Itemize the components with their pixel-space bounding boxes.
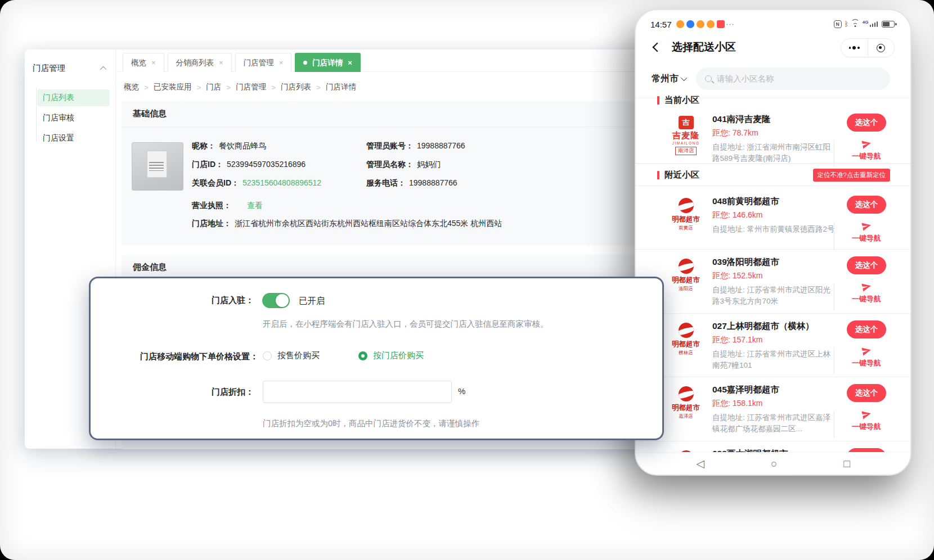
navigate-button[interactable]: 一键导航 — [852, 409, 881, 432]
navigate-label: 一键导航 — [852, 294, 881, 304]
choose-store-button[interactable]: 选这个 — [847, 320, 887, 338]
store-name: 039洛阳明都超市 — [712, 256, 837, 268]
view-license-link[interactable]: 查看 — [247, 201, 263, 210]
price-setting-label: 门店移动端购物下单价格设置： — [91, 351, 258, 362]
store-name: 041南浔吉麦隆 — [712, 114, 837, 125]
chevron-up-icon[interactable] — [100, 66, 106, 72]
navigate-label: 一键导航 — [852, 358, 881, 368]
brand-name: 吉麦隆 — [672, 130, 699, 141]
store-entry-toggle[interactable] — [262, 293, 290, 308]
store-list-item: 明都超市 洛阳店 039洛阳明都超市 距您: 152.5km 自提地址: 江苏省… — [636, 250, 910, 314]
field-label: 管理员名称： — [366, 160, 414, 169]
field-value-link[interactable]: 523515604808896512 — [243, 178, 321, 187]
phone-mockup: 14:57 ··· N ᛒ 4G 选择配送小区 — [635, 9, 911, 476]
radio-unchecked-icon — [263, 351, 272, 360]
breadcrumb-separator: > — [271, 83, 276, 92]
back-chevron-icon[interactable] — [653, 43, 662, 52]
nav-back-button[interactable]: ◁ — [696, 458, 704, 469]
discount-hint-text: 门店折扣为空或为0时，商品中门店进货价不变，请谨慎操作 — [263, 418, 645, 429]
section-marker — [657, 171, 659, 179]
breadcrumb-separator: > — [226, 83, 231, 92]
store-logo-jimailong: 吉 吉麦隆 JIMAILONG 南浔店 — [662, 114, 710, 155]
sidebar-item-store-list[interactable]: 门店列表 — [37, 89, 110, 106]
store-address: 自提地址: 江苏省常州市武进区嘉泽镇花都广场花都嘉园二区... — [712, 412, 837, 435]
store-list-item: 明都超市 嘉泽店 045嘉泽明都超市 距您: 158.1km 自提地址: 江苏省… — [636, 377, 910, 441]
tab-close-icon[interactable]: × — [348, 58, 352, 67]
signal-icon — [870, 21, 878, 27]
field-store-address: 门店地址：浙江省杭州市余杭区西站街东杭州西站枢纽南区站综合体东北455米 杭州西… — [192, 219, 502, 229]
filter-row: 常州市 — [652, 67, 890, 90]
breadcrumb-item[interactable]: 门店 — [206, 82, 221, 92]
choose-store-button[interactable]: 选这个 — [847, 256, 887, 274]
tab-store-management[interactable]: 门店管理 × — [235, 53, 292, 72]
city-selector[interactable]: 常州市 — [652, 73, 687, 85]
relocate-badge-button[interactable]: 定位不准?点击重新定位 — [813, 169, 890, 182]
breadcrumb-item[interactable]: 门店管理 — [236, 82, 266, 92]
sidebar-group-label: 门店管理 — [33, 63, 65, 74]
choose-store-button[interactable]: 选这个 — [847, 448, 887, 453]
store-name: 048前黄明都超市 — [712, 196, 837, 207]
discount-input[interactable] — [263, 381, 452, 403]
navigate-button[interactable]: 一键导航 — [852, 345, 881, 368]
choose-store-button[interactable]: 选这个 — [847, 196, 887, 214]
paper-plane-icon — [860, 344, 873, 358]
brand-latin: JIMAILONG — [672, 141, 700, 145]
tab-close-icon[interactable]: × — [151, 58, 156, 67]
sidebar-item-store-review[interactable]: 门店审核 — [37, 110, 110, 127]
search-input[interactable] — [717, 74, 881, 83]
wifi-icon — [851, 21, 860, 28]
bluetooth-icon: ᛒ — [845, 20, 848, 28]
field-store-id: 门店ID：523994597035216896 — [192, 160, 306, 170]
sidebar-group-store-management[interactable]: 门店管理 — [25, 60, 115, 82]
brand-branch: 洛阳店 — [679, 286, 693, 292]
choose-store-button[interactable]: 选这个 — [847, 114, 887, 132]
breadcrumb-item-current: 门店详情 — [326, 82, 356, 92]
tab-overview[interactable]: 概览 × — [123, 53, 164, 72]
breadcrumb-item[interactable]: 概览 — [124, 82, 139, 92]
tab-distributor-list[interactable]: 分销商列表 × — [168, 53, 232, 72]
field-service-phone: 服务电话：19988887766 — [366, 178, 457, 188]
field-label: 门店地址： — [192, 219, 231, 228]
status-right-icons: N ᛒ 4G — [834, 20, 895, 28]
tab-close-icon[interactable]: × — [279, 58, 284, 67]
brand-branch: 南浔店 — [675, 147, 697, 155]
chevron-down-icon — [681, 75, 687, 81]
battery-icon — [882, 21, 895, 28]
status-more-icon: ··· — [726, 20, 735, 28]
current-section-header: 当前小区 — [657, 94, 890, 106]
store-list-item: 明都超市 横林店 027上林明都超市（横林） 距您: 157.1km 自提地址:… — [636, 314, 910, 378]
radio-option-sale-price[interactable]: 按售价购买 — [263, 350, 320, 361]
store-entry-label: 门店入驻： — [91, 295, 254, 306]
navigate-button[interactable]: 一键导航 — [852, 281, 881, 304]
store-logo-mingdu: 明都超市 嘉泽店 — [662, 384, 710, 420]
paper-plane-icon — [860, 280, 873, 293]
sidebar-item-store-settings[interactable]: 门店设置 — [37, 130, 110, 147]
radio-option-store-price[interactable]: 按门店价购买 — [358, 350, 424, 361]
nav-home-button[interactable]: ○ — [771, 458, 777, 469]
store-distance: 距您: 146.6km — [712, 210, 837, 220]
navigate-button[interactable]: 一键导航 — [852, 138, 881, 161]
breadcrumb-separator: > — [196, 83, 201, 92]
store-list-item: 明都超市 088西太湖明都超市 距您: 159.4km 选这个 一键导航 — [636, 441, 910, 453]
choose-store-button[interactable]: 选这个 — [847, 384, 887, 402]
search-box[interactable] — [696, 67, 890, 90]
field-value: 523994597035216896 — [227, 160, 306, 169]
store-photo-thumbnail[interactable] — [132, 142, 183, 191]
store-address: 自提地址: 常州市前黄镇景德西路2号 — [712, 224, 837, 235]
breadcrumb-item[interactable]: 已安装应用 — [154, 82, 192, 92]
tab-store-detail[interactable]: 门店详情 × — [295, 53, 361, 72]
current-store-item: 吉 吉麦隆 JIMAILONG 南浔店 041南浔吉麦隆 距您: 78.7km … — [636, 107, 910, 170]
store-distance: 距您: 158.1km — [712, 399, 837, 409]
field-member-id: 关联会员ID：523515604808896512 — [192, 178, 321, 188]
navigate-button[interactable]: 一键导航 — [852, 220, 881, 243]
field-label: 昵称： — [192, 141, 215, 150]
field-label: 门店ID： — [192, 160, 223, 169]
store-name: 045嘉泽明都超市 — [712, 384, 837, 396]
more-menu-button[interactable] — [841, 39, 868, 57]
nav-recents-button[interactable]: □ — [843, 458, 850, 469]
tab-close-icon[interactable]: × — [219, 58, 223, 67]
brand-mark-icon — [679, 259, 694, 274]
breadcrumb-item[interactable]: 门店列表 — [281, 82, 311, 92]
app-icon — [676, 20, 684, 28]
close-capsule-button[interactable] — [868, 39, 895, 57]
